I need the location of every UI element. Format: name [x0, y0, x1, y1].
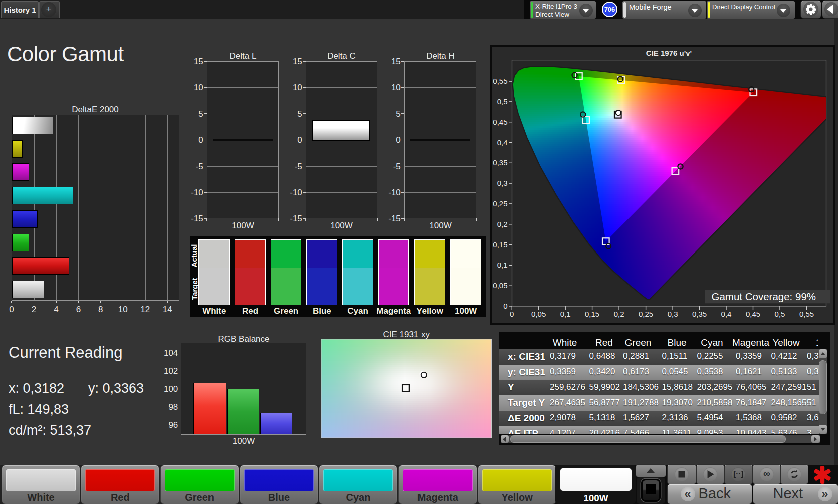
svg-text:0,4: 0,4 [721, 310, 731, 318]
svg-text:0,15: 0,15 [493, 240, 507, 249]
svg-text:0,5: 0,5 [774, 310, 785, 318]
svg-text:0,3: 0,3 [497, 179, 507, 187]
svg-text:0,2: 0,2 [613, 310, 624, 318]
svg-text:0: 0 [510, 310, 514, 318]
svg-text:0,05: 0,05 [493, 281, 507, 290]
svg-text:0,05: 0,05 [531, 310, 546, 318]
svg-text:0,35: 0,35 [493, 158, 507, 167]
svg-text:0,45: 0,45 [493, 118, 507, 126]
svg-text:0,15: 0,15 [584, 310, 599, 318]
svg-text:0,1: 0,1 [560, 310, 570, 318]
svg-text:0,4: 0,4 [497, 138, 507, 147]
svg-text:0,3: 0,3 [667, 310, 678, 318]
svg-text:0,25: 0,25 [493, 199, 507, 208]
svg-text:0,55: 0,55 [799, 310, 813, 318]
svg-text:0,55: 0,55 [493, 77, 507, 85]
svg-text:0,35: 0,35 [692, 310, 706, 318]
svg-text:Gamut Coverage: 99%: Gamut Coverage: 99% [711, 291, 816, 302]
svg-text:0: 0 [503, 302, 507, 310]
svg-text:0,1: 0,1 [497, 261, 507, 269]
svg-text:0,45: 0,45 [745, 310, 760, 318]
svg-text:0,2: 0,2 [497, 220, 507, 228]
svg-text:0,25: 0,25 [638, 310, 653, 318]
svg-text:0,5: 0,5 [497, 97, 507, 106]
